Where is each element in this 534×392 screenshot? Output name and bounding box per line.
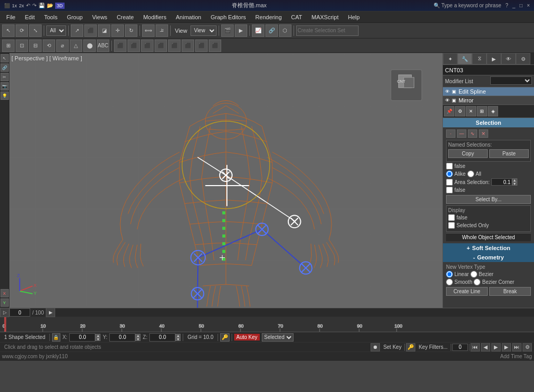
alike-radio[interactable] (446, 171, 453, 177)
panel-icon-pin[interactable]: 📌 (444, 106, 454, 116)
move-btn[interactable]: ✛ (111, 24, 124, 37)
x-spin-down[interactable]: ▼ (95, 337, 100, 341)
tb2-right3[interactable]: ⬛ (141, 40, 154, 52)
menu-maxscript[interactable]: MAXScript (308, 13, 343, 21)
vertex-level-icon[interactable]: · (446, 129, 455, 138)
rotate-btn[interactable]: ⟳ (16, 24, 28, 37)
key-filters-btn[interactable]: 🔑 (406, 343, 415, 351)
smooth-radio[interactable] (446, 279, 453, 285)
tb2-btn6[interactable]: △ (70, 40, 82, 52)
play-btn[interactable]: ▶ (491, 343, 501, 351)
modifier-edit-spline[interactable]: 👁 ▣ Edit Spline (443, 87, 534, 96)
modifier-dropdown[interactable] (490, 76, 532, 85)
geometry-header[interactable]: - Geometry (443, 253, 534, 262)
tab-hierarchy[interactable]: ⧖ (472, 53, 487, 64)
select-region-btn[interactable]: ⬛ (84, 24, 97, 37)
next-frame-btn[interactable]: ▶ (502, 343, 511, 351)
frame-input[interactable] (9, 308, 30, 317)
menu-animation[interactable]: Animation (172, 13, 206, 21)
close-icon[interactable]: × (527, 3, 530, 8)
menu-rendering[interactable]: Rendering (251, 13, 286, 21)
object-name-field[interactable]: CNT03 (443, 65, 534, 75)
menu-group[interactable]: Group (62, 13, 87, 21)
copy-btn[interactable]: Copy (448, 149, 488, 158)
z-input[interactable] (149, 333, 175, 342)
tb2-btn7[interactable]: ⬤ (83, 40, 96, 52)
tb2-right7[interactable]: ⬛ (195, 40, 208, 52)
undo-icon[interactable]: ↶ (26, 3, 30, 8)
x-spin-up[interactable]: ▲ (95, 334, 100, 337)
level4-icon[interactable]: ⤧ (479, 129, 488, 138)
open-icon[interactable]: 📂 (47, 3, 53, 8)
go-start-btn[interactable]: ⏮ (471, 343, 480, 351)
selection-set-input[interactable] (296, 25, 359, 36)
select-btn[interactable]: ↗ (71, 24, 83, 37)
render-scene-btn[interactable]: 🎬 (221, 24, 234, 37)
rotate2-btn[interactable]: ↻ (125, 24, 137, 37)
mirror-btn[interactable]: ⟺ (142, 24, 155, 37)
view-select[interactable]: View (190, 25, 217, 36)
tab-modify[interactable]: 🔧 (457, 53, 472, 64)
bezier-radio[interactable] (471, 271, 477, 278)
key-icon[interactable]: 🔑 (220, 333, 230, 342)
lt-light[interactable]: 💡 (1, 92, 9, 100)
tb2-right1[interactable]: ⬛ (114, 40, 126, 52)
auto-key-label[interactable]: Auto Key (234, 334, 260, 341)
lt-camera[interactable]: 📷 (1, 82, 9, 90)
menu-cat[interactable]: CAT (287, 13, 306, 21)
lt-link[interactable]: 🔗 (1, 63, 9, 72)
window-crossing-btn[interactable]: ◪ (98, 24, 110, 37)
tab-utilities[interactable]: ⚙ (516, 53, 530, 64)
y-spin-down[interactable]: ▼ (135, 337, 141, 341)
align-btn[interactable]: ⫡ (156, 24, 168, 37)
menu-views[interactable]: Views (88, 13, 111, 21)
tb2-btn4[interactable]: ⟲ (43, 40, 55, 52)
menu-graph-editors[interactable]: Graph Editors (207, 13, 250, 21)
linear-radio[interactable] (446, 271, 453, 278)
lock-icon[interactable]: 🔒 (52, 333, 60, 342)
panel-icon-4[interactable]: ⊞ (477, 106, 487, 116)
area-spin-down[interactable]: ▼ (512, 182, 517, 186)
tab-motion[interactable]: ▶ (487, 53, 501, 64)
z-spin-down[interactable]: ▼ (175, 337, 181, 341)
tb2-btn5[interactable]: ⌀ (56, 40, 69, 52)
tb2-btn8[interactable]: ABC (97, 40, 109, 52)
segment-level-icon[interactable]: — (457, 129, 466, 138)
modifier-mirror[interactable]: 👁 ▣ Mirror (443, 96, 534, 105)
filter-select[interactable]: All (46, 25, 66, 36)
tab-display[interactable]: 👁 (501, 53, 516, 64)
viewport[interactable]: X Y Z CNT [ Perspective ] [ Wireframe ] (9, 53, 442, 308)
play-options-btn[interactable]: ⚙ (523, 343, 532, 351)
tb2-right4[interactable]: ⬛ (155, 40, 167, 52)
area-selection-checkbox[interactable] (446, 179, 453, 186)
select-object-btn[interactable]: ↖ (2, 24, 15, 37)
tab-create[interactable]: ✦ (443, 53, 457, 64)
tb2-btn3[interactable]: ⊟ (29, 40, 42, 52)
lt-xyz[interactable]: X (1, 289, 9, 297)
panel-icon-3[interactable]: ✕ (466, 106, 476, 116)
prev-frame-btn[interactable]: ◀ (481, 343, 490, 351)
bezier-corner-radio[interactable] (474, 279, 480, 285)
tb2-right8[interactable]: ⬛ (209, 40, 221, 52)
redo-icon[interactable]: ↷ (32, 3, 36, 8)
soft-selection-header[interactable]: + Soft Selection (443, 243, 534, 253)
selected-dropdown[interactable]: Selected (262, 333, 294, 342)
scale-btn[interactable]: ⤡ (29, 24, 42, 37)
selection-header[interactable]: Selection (443, 118, 534, 127)
go-end-btn[interactable]: ⏭ (512, 343, 522, 351)
paste-btn[interactable]: Paste (489, 149, 529, 158)
add-time-tag[interactable]: Add Time Tag (500, 354, 532, 359)
schematic-btn[interactable]: 🔗 (265, 24, 278, 37)
lock-handles-checkbox[interactable] (446, 163, 453, 169)
show-vertex-checkbox[interactable] (448, 214, 455, 221)
help-icon[interactable]: ? (505, 3, 508, 8)
menu-help[interactable]: Help (344, 13, 364, 21)
maximize-icon[interactable]: □ (519, 3, 523, 8)
segment-end-checkbox[interactable] (446, 187, 453, 193)
all-radio[interactable] (467, 171, 474, 177)
curve-editor-btn[interactable]: 📈 (252, 24, 264, 37)
minimize-icon[interactable]: _ (513, 3, 516, 8)
search-box[interactable]: 🔍 Type a keyword or phrase (434, 3, 501, 8)
z-spin-up[interactable]: ▲ (175, 334, 181, 337)
break-btn[interactable]: Break (489, 287, 531, 296)
